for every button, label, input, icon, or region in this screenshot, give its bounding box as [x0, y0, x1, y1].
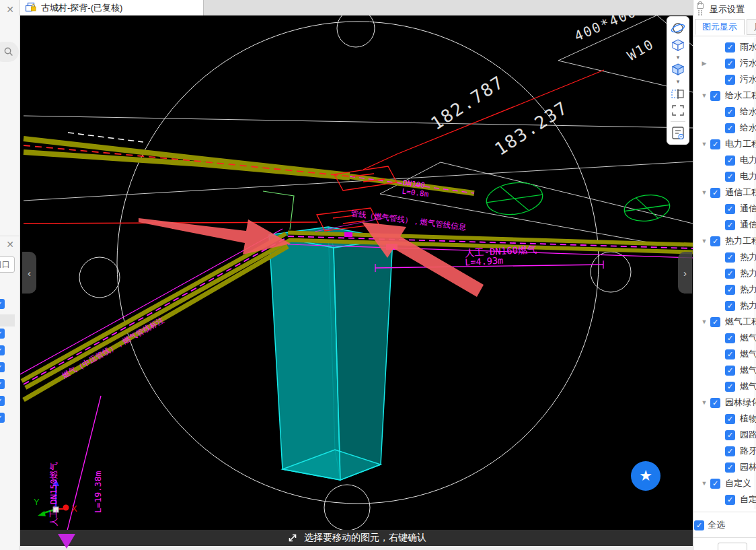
tree-row[interactable]: ▼✓园林绿化	[693, 394, 756, 411]
layer-checkbox[interactable]: ✓	[0, 362, 5, 372]
tree-row[interactable]: ▼✓电力工程	[693, 136, 756, 152]
tree-row[interactable]: ▼✓热力工程	[693, 233, 756, 249]
layer-checkbox[interactable]: ✓	[725, 204, 735, 214]
collapse-left-handle[interactable]: ‹	[22, 252, 36, 294]
tree-row[interactable]: ▼✓自定义	[693, 475, 756, 491]
section-view-button[interactable]	[667, 85, 689, 102]
expand-arrow-icon[interactable]: ▶	[700, 60, 709, 67]
tree-row[interactable]: ✓电力排管	[693, 152, 756, 168]
tree-row[interactable]: ✓给水管线	[693, 104, 756, 120]
collapse-arrow-icon[interactable]: ▼	[700, 92, 709, 99]
layer-checkbox[interactable]: ✓	[725, 107, 735, 117]
layer-checkbox[interactable]: ✓	[0, 379, 5, 389]
layer-checkbox[interactable]: ✓	[725, 333, 735, 343]
document-tab[interactable]: 古城村-探背-(已复核)	[20, 0, 204, 15]
tree-row[interactable]: ✓通信排管	[693, 201, 756, 217]
strip-button[interactable]: 口口	[0, 256, 15, 273]
tree-row[interactable]: ▶✓污水井	[693, 55, 756, 71]
layer-checkbox[interactable]: ✓	[710, 188, 720, 198]
tree-row[interactable]: ✓电力井	[693, 168, 756, 184]
select-all-row[interactable]: ✓ 全选	[694, 519, 725, 531]
green-survey-markers[interactable]	[263, 179, 671, 230]
favorite-fab-button[interactable]: ★	[631, 461, 660, 491]
layer-checkbox[interactable]: ✓	[725, 285, 735, 295]
drag-handle-icon[interactable]	[697, 3, 704, 15]
tree-row[interactable]: ✓燃气管沟	[693, 378, 756, 394]
layer-checkbox[interactable]: ✓	[0, 299, 5, 309]
tree-row[interactable]: ✓园林小品	[693, 459, 756, 475]
collapse-arrow-icon[interactable]: ▼	[700, 480, 709, 487]
layer-checkbox[interactable]: ✓	[710, 479, 720, 489]
layer-checkbox[interactable]: ✓	[725, 220, 735, 230]
tree-row[interactable]: ✓燃气附件	[693, 362, 756, 378]
layer-checkbox[interactable]: ✓	[0, 396, 5, 406]
tree-row[interactable]: ✓雨水口	[693, 39, 756, 55]
layer-checkbox[interactable]: ✓	[725, 495, 735, 505]
tree-row[interactable]: ✓自定义	[693, 491, 756, 508]
layer-checkbox[interactable]: ✓	[710, 317, 720, 327]
layer-checkbox[interactable]: ✓	[0, 413, 5, 423]
close-icon[interactable]: ✕	[5, 4, 15, 15]
layer-checkbox[interactable]: ✓	[710, 139, 720, 149]
collapse-right-handle[interactable]: ›	[678, 252, 692, 294]
zoom-extents-button[interactable]	[667, 102, 689, 118]
panel-scrollbar[interactable]	[755, 38, 755, 509]
collapse-arrow-icon[interactable]: ▼	[700, 141, 709, 147]
tree-row[interactable]: ▼✓燃气工程	[693, 314, 756, 330]
panel-bottom-button[interactable]	[718, 543, 747, 550]
layer-checkbox[interactable]: ✓	[725, 446, 735, 456]
drawing-canvas[interactable]: X Y 182.787 183.237 400*400 W10 DN100 L=…	[20, 15, 693, 530]
close-icon[interactable]: ✕	[5, 239, 15, 250]
tab-properties[interactable]: 属性	[747, 19, 756, 35]
select-all-checkbox[interactable]: ✓	[694, 520, 704, 530]
tree-row[interactable]: ▼✓通信工程	[693, 184, 756, 201]
strip-selected-row[interactable]	[0, 314, 15, 326]
tree-row[interactable]: ✓燃气管线	[693, 330, 756, 346]
wireframe-view-button[interactable]	[667, 36, 689, 53]
search-input[interactable]	[0, 42, 19, 62]
collapse-arrow-icon[interactable]: ▼	[700, 399, 709, 406]
layer-checkbox[interactable]: ✓	[725, 366, 735, 376]
tree-row[interactable]: ✓通信井	[693, 217, 756, 233]
tree-row[interactable]: ▼✓给水工程	[693, 88, 756, 104]
tree-row[interactable]: ✓园路铺装	[693, 427, 756, 443]
layer-checkbox[interactable]: ✓	[725, 252, 735, 263]
selected-3d-box[interactable]	[269, 227, 393, 480]
layer-checkbox[interactable]: ✓	[725, 156, 735, 166]
tab-element-display[interactable]: 图元显示	[695, 19, 745, 35]
layer-checkbox[interactable]: ✓	[725, 59, 735, 69]
layer-checkbox[interactable]: ✓	[725, 75, 735, 85]
caret-down-icon[interactable]: ▾	[677, 77, 680, 85]
collapse-arrow-icon[interactable]: ▼	[700, 238, 709, 244]
layer-checkbox[interactable]: ✓	[725, 382, 735, 392]
shaded-view-button[interactable]	[667, 61, 689, 77]
tree-row[interactable]: ✓路牙石	[693, 443, 756, 459]
layer-checkbox[interactable]: ✓	[725, 269, 735, 279]
tree-row[interactable]: ✓热力附件	[693, 281, 756, 298]
layer-checkbox[interactable]: ✓	[0, 329, 5, 339]
caret-down-icon[interactable]: ▾	[677, 53, 680, 61]
layer-checkbox[interactable]: ✓	[725, 462, 735, 473]
layer-checkbox[interactable]: ✓	[725, 42, 735, 53]
tree-row[interactable]: ✓燃气井	[693, 346, 756, 362]
tree-row[interactable]: ✓热力井	[693, 265, 756, 281]
hidden-elements-list-button[interactable]	[667, 125, 689, 141]
layer-checkbox[interactable]: ✓	[710, 91, 720, 101]
layer-checkbox[interactable]: ✓	[725, 301, 735, 311]
layer-checkbox[interactable]: ✓	[725, 172, 735, 182]
layer-checkbox[interactable]: ✓	[0, 345, 5, 355]
collapse-arrow-icon[interactable]: ▼	[700, 318, 709, 325]
tree-row[interactable]: ✓热力管沟	[693, 298, 756, 314]
tree-row[interactable]: ✓植物配置	[693, 411, 756, 427]
collapse-arrow-icon[interactable]: ▼	[700, 189, 709, 196]
layer-checkbox[interactable]: ✓	[725, 123, 735, 133]
layer-checkbox[interactable]: ✓	[710, 398, 720, 408]
layer-checkbox[interactable]: ✓	[710, 236, 720, 246]
layer-checkbox[interactable]: ✓	[725, 430, 735, 440]
layer-checkbox[interactable]: ✓	[725, 414, 735, 424]
tree-row[interactable]: ✓污水管	[693, 71, 756, 88]
tree-row[interactable]: ✓给水干管	[693, 120, 756, 136]
orbit-view-button[interactable]	[667, 20, 689, 36]
tree-row[interactable]: ✓热力管线	[693, 249, 756, 265]
layer-checkbox[interactable]: ✓	[725, 349, 735, 359]
